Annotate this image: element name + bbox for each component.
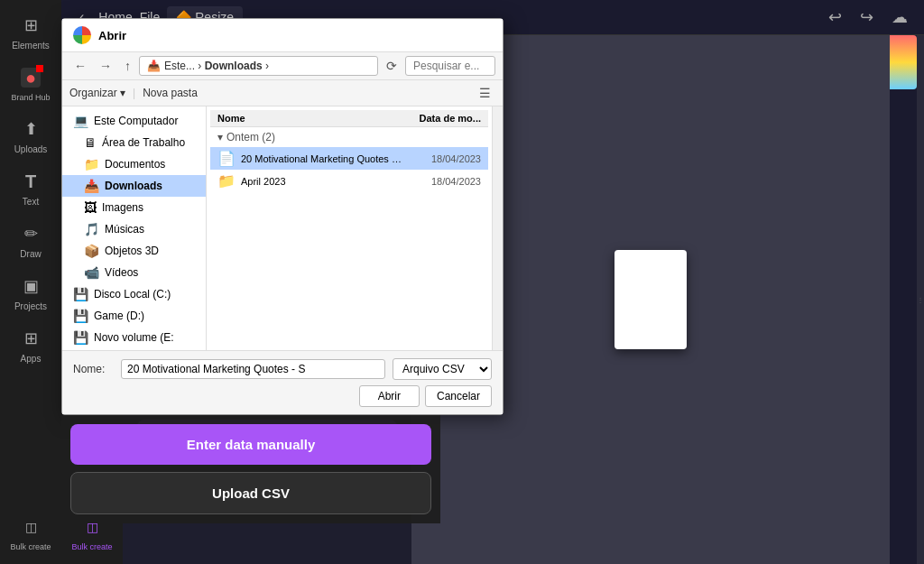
tree-item-objetos-3d[interactable]: 📦 Objetos 3D bbox=[62, 240, 206, 262]
nav-back-btn[interactable]: ← bbox=[69, 57, 91, 75]
sidebar-item-uploads[interactable]: ⬆ Uploads bbox=[4, 111, 58, 160]
tree-label-novo: Novo volume (E: bbox=[94, 331, 174, 344]
bulk-create-icon: ◫ bbox=[18, 514, 43, 540]
redo-btn[interactable]: ↪ bbox=[855, 5, 879, 29]
scrollbar[interactable] bbox=[492, 106, 503, 350]
tree-item-musicas[interactable]: 🎵 Músicas bbox=[62, 218, 206, 240]
sidebar-item-draw[interactable]: ✏ Draw bbox=[4, 216, 58, 264]
tree-label-disk-c: Disco Local (C:) bbox=[94, 288, 171, 300]
sidebar-item-text[interactable]: T Text bbox=[4, 163, 58, 212]
breadcrumb-text: Este... › Downloads › bbox=[164, 60, 269, 72]
left-sidebar: ⊞ Elements ● Brand Hub ⬆ Uploads T Text … bbox=[0, 0, 61, 564]
sidebar-item-bulk-create[interactable]: ◫ Bulk create bbox=[4, 509, 58, 557]
col-name-header: Nome bbox=[217, 113, 409, 124]
search-input[interactable] bbox=[405, 56, 495, 76]
edge-resize-handle[interactable]: ⋮ bbox=[917, 35, 924, 564]
group-label: Ontem (2) bbox=[226, 131, 275, 143]
sidebar-item-elements-label: Elements bbox=[12, 41, 50, 51]
upload-csv-btn[interactable]: Upload CSV bbox=[70, 472, 431, 514]
chevron-down-icon: ▾ bbox=[217, 131, 223, 143]
dialog-body: 💻 Este Computador 🖥 Área de Trabalho 📁 D… bbox=[62, 106, 503, 350]
file-name-1: 20 Motivational Marketing Quotes - She..… bbox=[241, 153, 403, 164]
tree-item-videos[interactable]: 📹 Vídeos bbox=[62, 262, 206, 283]
tree-label-images: Imagens bbox=[102, 201, 143, 214]
sidebar-item-brand-hub-label: Brand Hub bbox=[11, 93, 50, 102]
tree-item-game[interactable]: 💾 Game (D:) bbox=[62, 305, 206, 327]
tree-label-downloads: Downloads bbox=[105, 180, 162, 192]
file-item-2[interactable]: 📁 April 2023 18/04/2023 bbox=[210, 170, 488, 192]
nav-refresh-btn[interactable]: ⟳ bbox=[382, 57, 402, 75]
sidebar-item-uploads-label: Uploads bbox=[14, 144, 48, 154]
tree-item-disk-c[interactable]: 💾 Disco Local (C:) bbox=[62, 283, 206, 305]
share-btn[interactable]: ☁ bbox=[886, 5, 913, 29]
tree-icon-novo: 💾 bbox=[73, 330, 88, 345]
tree-icon-3d: 📦 bbox=[84, 244, 99, 258]
draw-icon: ✏ bbox=[18, 221, 43, 246]
footer-name-label: Nome: bbox=[73, 363, 114, 375]
preview-card bbox=[614, 250, 687, 349]
nav-up-btn[interactable]: ↑ bbox=[120, 57, 135, 75]
file-item-1[interactable]: 📄 20 Motivational Marketing Quotes - She… bbox=[210, 147, 488, 170]
files-pane: Nome Data de mo... ▾ Ontem (2) 📄 20 Moti… bbox=[207, 106, 492, 350]
sidebar-item-text-label: Text bbox=[23, 197, 39, 207]
tree-icon-game: 💾 bbox=[73, 309, 88, 323]
new-folder-btn[interactable]: Nova pasta bbox=[143, 87, 198, 99]
tree-label-music: Músicas bbox=[105, 223, 144, 236]
tree-label-desktop: Área de Trabalho bbox=[102, 136, 185, 149]
view-toggle-btn[interactable]: ☰ bbox=[475, 84, 495, 102]
tree-item-downloads[interactable]: 📥 Downloads bbox=[62, 175, 206, 197]
tree-item-documentos[interactable]: 📁 Documentos bbox=[62, 153, 206, 175]
tree-icon-images: 🖼 bbox=[84, 200, 97, 215]
col-date-header: Data de mo... bbox=[409, 113, 481, 124]
text-icon: T bbox=[18, 169, 43, 194]
organize-btn[interactable]: Organizar ▾ bbox=[69, 87, 125, 99]
handle-dots-icon: ⋮ bbox=[917, 296, 924, 304]
elements-icon: ⊞ bbox=[18, 13, 43, 38]
breadcrumb-icon: 📥 bbox=[147, 60, 161, 72]
nav-forward-btn[interactable]: → bbox=[95, 57, 116, 75]
file-date-2: 18/04/2023 bbox=[409, 176, 481, 187]
file-dialog: Abrir ← → ↑ 📥 Este... › Downloads › ⟳ Or… bbox=[61, 18, 504, 415]
accent-strip bbox=[890, 35, 917, 89]
brand-hub-icon: ● bbox=[18, 65, 43, 90]
files-header: Nome Data de mo... bbox=[210, 110, 488, 127]
tree-item-area-trabalho[interactable]: 🖥 Área de Trabalho bbox=[62, 132, 206, 153]
file-group-header: ▾ Ontem (2) bbox=[210, 127, 488, 147]
tree-label-este: Este Computador bbox=[94, 115, 178, 127]
apps-icon: ⊞ bbox=[18, 326, 43, 351]
filename-input[interactable] bbox=[121, 359, 385, 379]
tree-item-este-computador[interactable]: 💻 Este Computador bbox=[62, 110, 206, 132]
sidebar-item-apps-label: Apps bbox=[21, 354, 42, 364]
file-name-2: April 2023 bbox=[241, 176, 403, 187]
breadcrumb-bar[interactable]: 📥 Este... › Downloads › bbox=[139, 56, 378, 76]
sidebar-item-bulk-create-label: Bulk create bbox=[10, 542, 51, 551]
tree-label-3d: Objetos 3D bbox=[105, 245, 159, 257]
file-type-select[interactable]: Arquivo CSV bbox=[393, 358, 492, 380]
file-date-1: 18/04/2023 bbox=[409, 153, 481, 164]
enter-data-manually-btn[interactable]: Enter data manually bbox=[70, 424, 431, 465]
chrome-icon bbox=[73, 26, 91, 44]
open-btn[interactable]: Abrir bbox=[359, 385, 420, 407]
dialog-toolbar: Organizar ▾ | Nova pasta ☰ bbox=[62, 80, 503, 106]
cancel-btn[interactable]: Cancelar bbox=[425, 385, 492, 407]
sidebar-item-projects[interactable]: ▣ Projects bbox=[4, 268, 58, 317]
tree-icon-desktop: 🖥 bbox=[84, 135, 97, 150]
folder-tree: 💻 Este Computador 🖥 Área de Trabalho 📁 D… bbox=[62, 106, 207, 350]
dialog-title: Abrir bbox=[98, 29, 126, 42]
undo-btn[interactable]: ↩ bbox=[823, 5, 847, 29]
r-bulk-create-label: Bulk create bbox=[71, 542, 112, 551]
file-icon-2: 📁 bbox=[217, 172, 236, 190]
sidebar-item-elements[interactable]: ⊞ Elements bbox=[4, 7, 58, 56]
tree-item-novo[interactable]: 💾 Novo volume (E: bbox=[62, 327, 206, 348]
tree-icon-este: 💻 bbox=[73, 114, 88, 128]
sidebar-item-projects-label: Projects bbox=[14, 301, 47, 311]
dialog-nav: ← → ↑ 📥 Este... › Downloads › ⟳ bbox=[62, 52, 503, 80]
tree-item-imagens[interactable]: 🖼 Imagens bbox=[62, 197, 206, 218]
sidebar-item-brand-hub[interactable]: ● Brand Hub bbox=[4, 60, 58, 107]
footer-buttons-row: Abrir Cancelar bbox=[73, 385, 492, 407]
sidebar-item-draw-label: Draw bbox=[20, 249, 41, 259]
sidebar-item-apps[interactable]: ⊞ Apps bbox=[4, 320, 58, 369]
dialog-footer: Nome: Arquivo CSV Abrir Cancelar bbox=[62, 350, 503, 414]
projects-icon: ▣ bbox=[18, 273, 43, 299]
tree-icon-disk-c: 💾 bbox=[73, 287, 88, 301]
